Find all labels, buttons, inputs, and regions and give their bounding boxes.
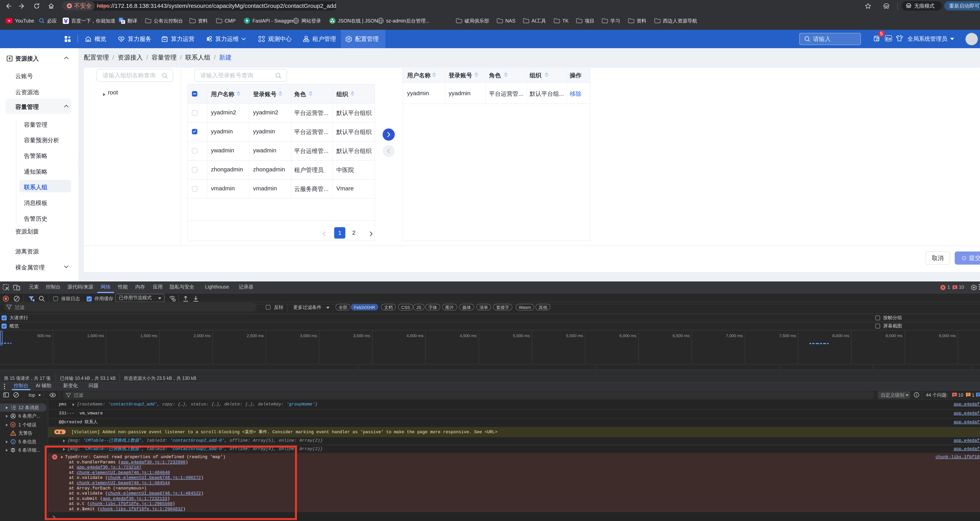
svg-text:du: du: [65, 21, 67, 23]
